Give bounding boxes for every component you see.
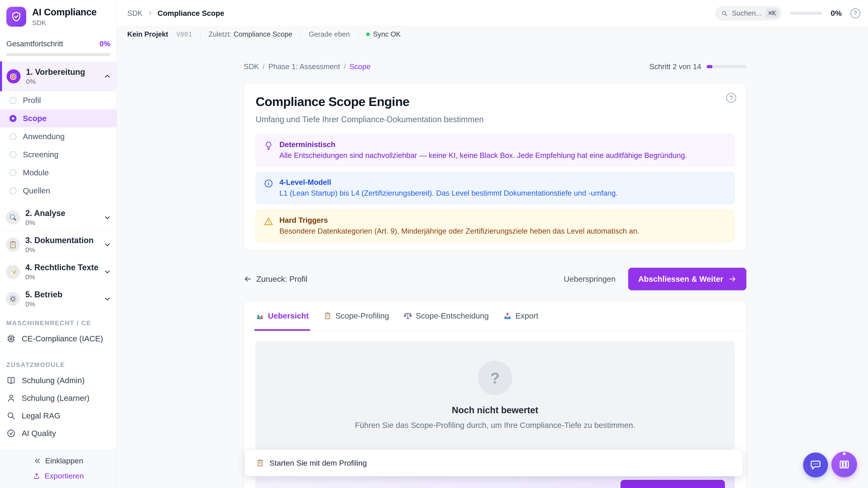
toast-title: Starten Sie mit dem Profiling xyxy=(270,459,367,467)
double-chevron-left-icon xyxy=(33,457,41,465)
help-button[interactable]: ? xyxy=(850,8,860,18)
sidebar-footer: Einklappen Exportieren xyxy=(0,449,117,488)
divider xyxy=(358,30,358,39)
check-circle-icon xyxy=(6,429,16,438)
question-icon: ? xyxy=(730,94,733,101)
sidebar-item-anwendung[interactable]: Anwendung xyxy=(0,127,117,145)
sidebar-section-dokumentation[interactable]: 3. Dokumentation 0% xyxy=(0,231,117,258)
wizard-actions: Zurueck: Profil Ueberspringen Abschliess… xyxy=(244,268,746,290)
sidebar-section-rechtliche-texte[interactable]: 4. Rechtliche Texte 0% xyxy=(0,258,117,285)
last-step-label: Zuletzt: xyxy=(209,30,232,38)
upload-icon xyxy=(33,472,40,480)
tab-scope-profiling[interactable]: Scope-Profiling xyxy=(323,301,389,330)
export-button[interactable]: Exportieren xyxy=(33,471,84,480)
app-subtitle: SDK xyxy=(32,19,96,27)
section-progress: 0% xyxy=(26,78,98,86)
book-icon xyxy=(6,376,16,385)
chat-bubble-icon xyxy=(809,459,822,471)
step-progress-bar xyxy=(707,65,746,68)
tab-uebersicht[interactable]: Uebersicht xyxy=(256,301,309,330)
arrow-left-icon xyxy=(244,275,252,283)
clipboard-icon xyxy=(323,312,332,320)
chevron-right-icon xyxy=(147,10,153,17)
empty-state-title: Noch nicht bewertet xyxy=(452,405,538,415)
sidebar-section-vorbereitung[interactable]: 1. Vorbereitung 0% xyxy=(0,61,117,91)
info-box-level-modell: 4-Level-Modell L1 (Lean Startup) bis L4 … xyxy=(256,172,735,204)
topbar: SDK Compliance Scope Suchen... ⌘K 0% ? xyxy=(117,0,868,27)
panels-fab-button[interactable] xyxy=(831,452,857,477)
card-help-button[interactable]: ? xyxy=(726,93,736,103)
columns-icon xyxy=(838,458,850,470)
warning-triangle-icon xyxy=(264,217,274,226)
info-box-hard-triggers: Hard Triggers Besondere Datenkategorien … xyxy=(256,210,735,242)
back-button[interactable]: Zurueck: Profil xyxy=(244,274,307,284)
arrow-right-icon xyxy=(728,275,737,283)
sidebar-section-betrieb[interactable]: 5. Betrieb 0% xyxy=(0,285,117,312)
overall-progress-bar xyxy=(6,53,110,56)
engine-card: Compliance Scope Engine Umfang und Tiefe… xyxy=(244,84,746,251)
chevron-down-icon xyxy=(104,214,111,221)
tab-export[interactable]: Export xyxy=(503,301,538,330)
search-icon xyxy=(6,411,16,420)
content-area: SDK / Phase 1: Assessment / Scope Schrit… xyxy=(117,42,868,488)
memo-icon xyxy=(6,265,20,279)
last-saved-time: Gerade eben xyxy=(309,30,350,38)
chat-fab-button[interactable] xyxy=(803,453,828,477)
shield-check-icon xyxy=(10,11,22,23)
search-placeholder: Suchen... xyxy=(732,9,762,18)
target-icon xyxy=(6,69,21,84)
sidebar-item-profil[interactable]: Profil xyxy=(0,91,117,109)
sidebar-item-legal-rag[interactable]: Legal RAG xyxy=(0,407,117,424)
clipboard-icon xyxy=(6,238,20,252)
sidebar-item-scope[interactable]: Scope xyxy=(0,109,117,127)
group-header-maschinenrecht: MASCHINENRECHT / CE xyxy=(6,320,110,327)
start-profiling-button[interactable]: Scope-Profiling starten xyxy=(620,480,725,488)
breadcrumb-root[interactable]: SDK xyxy=(127,9,143,18)
step-indicator: Schritt 2 von 14 xyxy=(649,62,746,71)
overall-progress-value: 0% xyxy=(99,39,110,48)
breadcrumb: SDK Compliance Scope xyxy=(127,9,224,18)
search-shortcut-badge: ⌘K xyxy=(766,8,779,18)
chevron-down-icon xyxy=(104,241,111,248)
radio-icon xyxy=(9,151,17,158)
empty-state-text: Führen Sie das Scope-Profiling durch, um… xyxy=(355,421,635,430)
sidebar-item-ce-compliance[interactable]: CE-Compliance (IACE) xyxy=(0,330,117,348)
page-subtitle: Umfang und Tiefe Ihrer Compliance-Dokume… xyxy=(256,115,735,124)
topbar-progress-value: 0% xyxy=(831,9,842,18)
sidebar-item-quellen[interactable]: Quellen xyxy=(0,182,117,200)
sidebar-item-screening[interactable]: Screening xyxy=(0,145,117,164)
last-step-value: Compliance Scope xyxy=(234,30,292,38)
sidebar: AI Compliance SDK Gesamtfortschritt 0% 1… xyxy=(0,0,117,488)
cta-description: Beantworten Sie einige Fragen zu Ihrem U… xyxy=(265,487,608,488)
collapse-sidebar-button[interactable]: Einklappen xyxy=(33,456,83,465)
breadcrumb-sdk[interactable]: SDK xyxy=(244,62,259,71)
info-box-deterministisch: Deterministisch Alle Entscheidungen sind… xyxy=(256,134,735,166)
project-name: Kein Projekt xyxy=(127,30,168,38)
app-header: AI Compliance SDK xyxy=(0,0,117,34)
sidebar-section-analyse[interactable]: 2. Analyse 0% xyxy=(0,204,117,231)
sidebar-item-schulung-admin[interactable]: Schulung (Admin) xyxy=(0,372,117,389)
overall-progress-label: Gesamtfortschritt xyxy=(6,39,63,48)
version-badge: V001 xyxy=(176,31,192,38)
profiling-hint-toast: Starten Sie mit dem Profiling xyxy=(245,450,743,476)
user-icon xyxy=(6,393,16,403)
sidebar-item-ai-quality[interactable]: AI Quality xyxy=(0,424,117,442)
app-title: AI Compliance xyxy=(32,7,96,18)
sidebar-item-module[interactable]: Module xyxy=(0,164,117,182)
group-header-zusatzmodule: ZUSATZMODULE xyxy=(6,361,110,368)
tab-scope-entscheidung[interactable]: Scope-Entscheidung xyxy=(403,301,489,330)
radio-icon xyxy=(9,133,17,140)
question-circle-icon: ? xyxy=(478,361,512,395)
scales-icon xyxy=(403,312,412,320)
complete-next-button[interactable]: Abschliessen & Weiter xyxy=(628,268,746,290)
chevron-up-icon xyxy=(104,73,111,80)
breadcrumb-phase[interactable]: Phase 1: Assessment xyxy=(268,62,340,71)
lightbulb-icon xyxy=(264,141,274,151)
search-input[interactable]: Suchen... ⌘K xyxy=(715,6,782,21)
chevron-down-icon xyxy=(104,268,111,275)
sidebar-item-schulung-learner[interactable]: Schulung (Learner) xyxy=(0,389,117,407)
skip-button[interactable]: Ueberspringen xyxy=(564,274,616,284)
radio-icon xyxy=(9,169,17,176)
sidebar-nav: 1. Vorbereitung 0% Profil Scope Anwendun… xyxy=(0,61,117,449)
main-column: SDK Compliance Scope Suchen... ⌘K 0% ? K… xyxy=(117,0,868,488)
